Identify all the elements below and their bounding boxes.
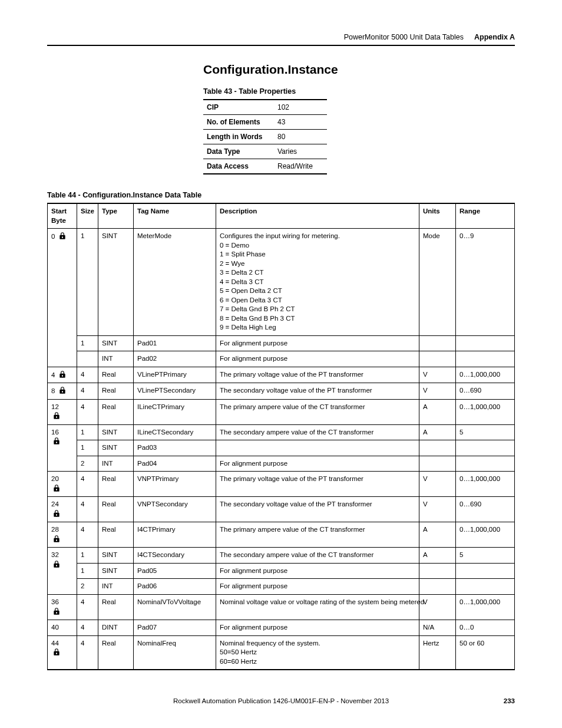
cell-start-byte: 36	[48, 594, 77, 620]
cell-range: 0…0	[456, 620, 515, 636]
cell-range: 50 or 60	[456, 635, 515, 670]
cell-type: INT	[98, 456, 134, 472]
lock-icon	[58, 232, 67, 240]
cell-size: 4	[77, 383, 98, 400]
lock-icon	[52, 648, 61, 656]
cell-description: For alignment purpose	[216, 335, 419, 351]
cell-tag: Pad07	[134, 620, 216, 636]
table-44-caption: Table 44 - Configuration.Instance Data T…	[47, 191, 515, 199]
cell-start-byte: 12	[48, 399, 77, 424]
cell-size: 4	[77, 472, 98, 497]
cell-size: 4	[77, 367, 98, 383]
cell-tag: Pad04	[134, 456, 216, 472]
th-tag: Tag Name	[134, 203, 216, 229]
cell-range: 0…1,000,000	[456, 522, 515, 548]
cell-units: A	[419, 399, 456, 424]
props-key: No. of Elements	[203, 115, 274, 130]
cell-type: Real	[98, 367, 134, 383]
cell-range: 0…1,000,000	[456, 399, 515, 424]
cell-type: Real	[98, 497, 134, 522]
cell-description: For alignment purpose	[216, 456, 419, 472]
cell-description: The primary ampere value of the CT trans…	[216, 399, 419, 424]
cell-tag: ILineCTPrimary	[134, 399, 216, 424]
cell-type: SINT	[98, 229, 134, 336]
cell-units: Mode	[419, 229, 456, 336]
props-row: CIP102	[203, 100, 327, 115]
cell-size: 2	[77, 456, 98, 472]
cell-start-byte: 28	[48, 522, 77, 548]
cell-tag: MeterMode	[134, 229, 216, 336]
cell-size: 1	[77, 548, 98, 564]
cell-tag: VLinePTPrimary	[134, 367, 216, 383]
cell-type: DINT	[98, 620, 134, 636]
cell-size	[77, 351, 98, 367]
props-value: 43	[274, 115, 327, 130]
cell-range	[456, 563, 515, 579]
cell-description: For alignment purpose	[216, 579, 419, 595]
lock-icon	[52, 560, 61, 568]
cell-range	[456, 456, 515, 472]
cell-size: 1	[77, 563, 98, 579]
cell-range	[456, 351, 515, 367]
table-row: 321SINTI4CTSecondaryThe secondary ampere…	[48, 548, 515, 564]
cell-type: Real	[98, 522, 134, 548]
cell-size: 2	[77, 579, 98, 595]
cell-units: V	[419, 594, 456, 620]
table-row: 8 4RealVLinePTSecondaryThe secondary vol…	[48, 383, 515, 400]
lock-icon	[52, 411, 61, 420]
cell-type: SINT	[98, 440, 134, 456]
cell-tag: Pad02	[134, 351, 216, 367]
cell-units	[419, 440, 456, 456]
cell-range: 0…1,000,000	[456, 367, 515, 383]
lock-icon	[52, 607, 61, 615]
props-key: Data Type	[203, 144, 274, 159]
cell-units: V	[419, 497, 456, 522]
cell-size: 4	[77, 635, 98, 670]
table-row: 0 1SINTMeterModeConfigures the input wir…	[48, 229, 515, 336]
cell-size: 4	[77, 399, 98, 424]
header-doc-title: PowerMonitor 5000 Unit Data Tables	[344, 33, 464, 41]
props-key: CIP	[203, 100, 274, 115]
lock-icon	[58, 370, 67, 378]
cell-type: Real	[98, 383, 134, 400]
table-row: 4 4RealVLinePTPrimaryThe primary voltage…	[48, 367, 515, 383]
cell-description: Nominal voltage value or voltage rating …	[216, 594, 419, 620]
props-row: No. of Elements43	[203, 115, 327, 130]
table-row: 1SINTPad01For alignment purpose	[48, 335, 515, 351]
cell-description	[216, 440, 419, 456]
cell-start-byte: 8	[48, 383, 77, 400]
cell-range: 5	[456, 424, 515, 440]
cell-units	[419, 335, 456, 351]
header-appendix: Appendix A	[474, 33, 515, 41]
cell-start-byte: 40	[48, 620, 77, 636]
props-value: Varies	[274, 144, 327, 159]
cell-range: 0…1,000,000	[456, 594, 515, 620]
table-properties: CIP102No. of Elements43Length in Words80…	[203, 99, 327, 174]
props-key: Data Access	[203, 159, 274, 174]
cell-units	[419, 579, 456, 595]
cell-units: V	[419, 472, 456, 497]
cell-size: 4	[77, 620, 98, 636]
table-row: 161SINTILineCTSecondaryThe secondary amp…	[48, 424, 515, 440]
cell-tag: I4CTPrimary	[134, 522, 216, 548]
cell-range: 0…9	[456, 229, 515, 336]
table-row: 1SINTPad03	[48, 440, 515, 456]
props-value: Read/Write	[274, 159, 327, 174]
cell-size: 1	[77, 229, 98, 336]
cell-units	[419, 351, 456, 367]
cell-size: 4	[77, 522, 98, 548]
cell-tag: Pad01	[134, 335, 216, 351]
cell-range	[456, 335, 515, 351]
cell-units: Hertz	[419, 635, 456, 670]
th-type: Type	[98, 203, 134, 229]
table-row: 364RealNominalVToVVoltageNominal voltage…	[48, 594, 515, 620]
th-units: Units	[419, 203, 456, 229]
th-size: Size	[77, 203, 98, 229]
table-row: 244RealVNPTSecondaryThe secondary voltag…	[48, 497, 515, 522]
cell-range	[456, 440, 515, 456]
cell-tag: Pad06	[134, 579, 216, 595]
cell-size: 1	[77, 440, 98, 456]
cell-start-byte: 4	[48, 367, 77, 383]
table-row: 1SINTPad05For alignment purpose	[48, 563, 515, 579]
cell-tag: NominalFreq	[134, 635, 216, 670]
